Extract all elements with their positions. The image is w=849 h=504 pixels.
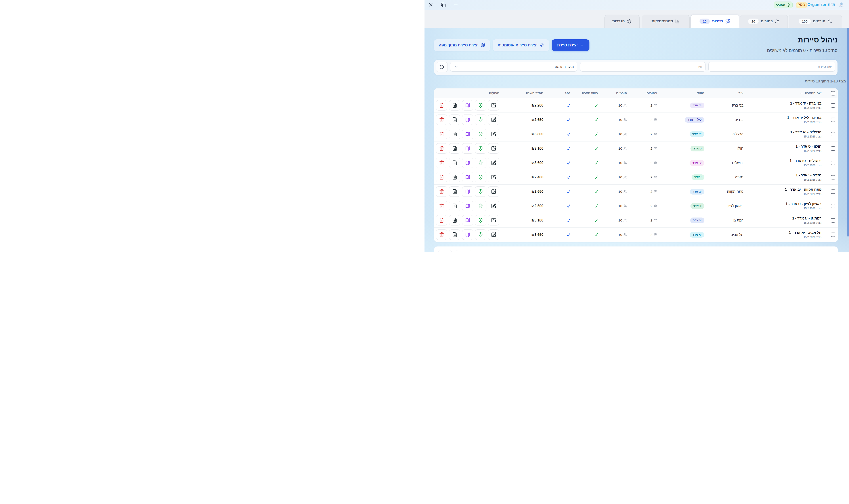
svg-text:ת"ת: ת"ת: [839, 4, 843, 6]
svg-text:ORGANIZER: ORGANIZER: [838, 6, 844, 7]
